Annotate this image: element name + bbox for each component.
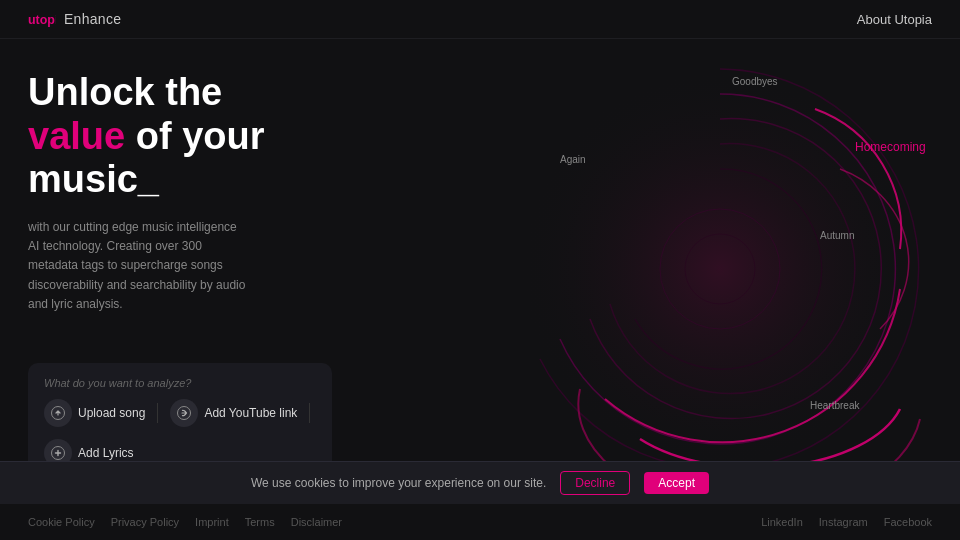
upload-icon-wrapper — [44, 399, 72, 427]
hero-line4: music_ — [28, 158, 159, 200]
youtube-link-button[interactable]: Add YouTube link — [170, 399, 297, 427]
youtube-icon-wrapper — [170, 399, 198, 427]
svg-point-4 — [520, 69, 920, 469]
hero-subtitle: with our cutting edge music intelligence… — [28, 218, 248, 314]
hero-highlight: value — [28, 115, 125, 157]
footer-imprint[interactable]: Imprint — [195, 516, 229, 528]
footer-disclaimer[interactable]: Disclaimer — [291, 516, 342, 528]
footer-left-links: Cookie Policy Privacy Policy Imprint Ter… — [28, 516, 342, 528]
label-again: Again — [560, 154, 586, 165]
main-content: Unlock the value of your music_ with our… — [0, 39, 960, 503]
cookie-decline-button[interactable]: Decline — [560, 471, 630, 495]
logo-enhance-text: Enhance — [64, 11, 121, 27]
spiral-chart: Goodbyes Homecoming Again Autumn Heartbr… — [460, 9, 960, 509]
youtube-link-label: Add YouTube link — [204, 406, 297, 420]
about-utopia-link[interactable]: About Utopia — [857, 12, 932, 27]
youtube-icon — [177, 406, 191, 420]
logo-wordmark: utopia — [28, 10, 56, 28]
hero-line3: of your — [125, 115, 264, 157]
upload-song-label: Upload song — [78, 406, 145, 420]
svg-text:utopia: utopia — [28, 13, 56, 27]
divider1 — [157, 403, 158, 423]
cookie-message: We use cookies to improve your experienc… — [251, 476, 546, 490]
header: utopia Enhance About Utopia — [0, 0, 960, 39]
footer-instagram[interactable]: Instagram — [819, 516, 868, 528]
add-lyrics-label: Add Lyrics — [78, 446, 134, 460]
cookie-banner: We use cookies to improve your experienc… — [0, 461, 960, 504]
footer-social-links: LinkedIn Instagram Facebook — [761, 516, 932, 528]
footer-linkedin[interactable]: LinkedIn — [761, 516, 803, 528]
label-heartbreak: Heartbreak — [810, 400, 860, 411]
footer-privacy-policy[interactable]: Privacy Policy — [111, 516, 179, 528]
upload-icon — [51, 406, 65, 420]
divider2 — [309, 403, 310, 423]
hero-section: Unlock the value of your music_ with our… — [28, 71, 332, 314]
logo-area: utopia Enhance — [28, 10, 121, 28]
footer: Cookie Policy Privacy Policy Imprint Ter… — [0, 503, 960, 539]
left-panel: Unlock the value of your music_ with our… — [0, 39, 360, 503]
hero-line1: Unlock the — [28, 71, 222, 113]
plus-icon — [51, 446, 65, 460]
chart-area: Goodbyes Homecoming Again Autumn Heartbr… — [360, 39, 960, 503]
label-autumn: Autumn — [820, 230, 854, 241]
utopia-logo-icon: utopia — [28, 10, 56, 28]
label-goodbyes: Goodbyes — [732, 76, 778, 87]
cookie-accept-button[interactable]: Accept — [644, 472, 709, 494]
footer-facebook[interactable]: Facebook — [884, 516, 932, 528]
analyze-actions: Upload song Add YouTube link — [44, 399, 316, 467]
footer-cookie-policy[interactable]: Cookie Policy — [28, 516, 95, 528]
hero-title: Unlock the value of your music_ — [28, 71, 332, 202]
label-homecoming: Homecoming — [855, 140, 926, 154]
upload-song-button[interactable]: Upload song — [44, 399, 145, 427]
footer-terms[interactable]: Terms — [245, 516, 275, 528]
analyze-label: What do you want to analyze? — [44, 377, 316, 389]
